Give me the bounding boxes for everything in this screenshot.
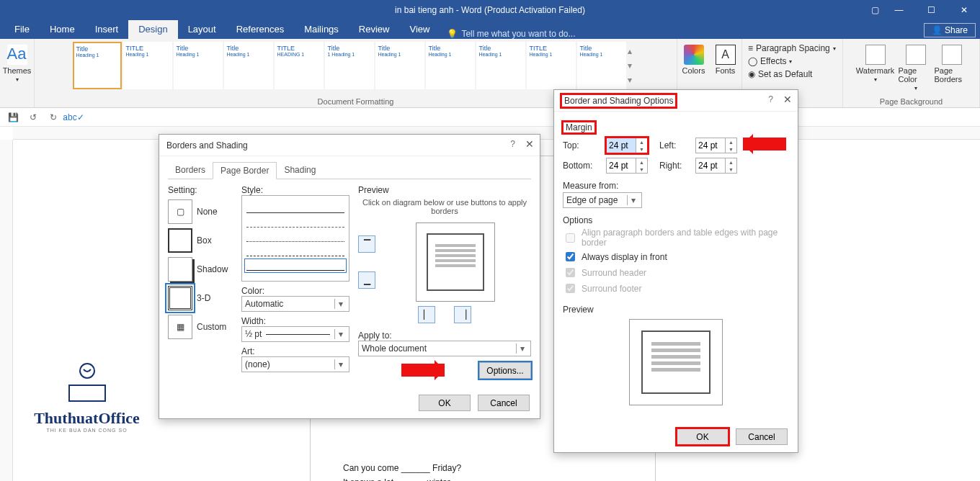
setting-box[interactable]: Box: [168, 228, 233, 253]
close-icon[interactable]: ✕: [783, 94, 792, 105]
tab-home[interactable]: Home: [40, 20, 85, 39]
fonts-icon: A: [716, 45, 736, 65]
spin-down-icon[interactable]: ▼: [636, 166, 647, 173]
style-set-item[interactable]: TitleHeading 1: [577, 42, 626, 89]
undo-icon[interactable]: ↺: [27, 112, 39, 123]
always-front-checkbox[interactable]: Always display in front: [563, 250, 789, 264]
apply-to-combo[interactable]: Whole document▾: [358, 341, 531, 356]
help-icon[interactable]: ?: [510, 139, 515, 149]
tab-insert[interactable]: Insert: [85, 20, 129, 39]
save-icon[interactable]: 💾: [7, 112, 19, 123]
margin-bottom-input[interactable]: ▲▼: [606, 158, 648, 174]
spin-up-icon[interactable]: ▲: [636, 158, 647, 166]
tab-page-border[interactable]: Page Border: [213, 162, 277, 179]
setting-shadow[interactable]: Shadow: [168, 257, 233, 282]
border-bottom-toggle[interactable]: ▁: [358, 271, 375, 289]
ribbon-display-options-icon[interactable]: ▢: [871, 0, 879, 20]
colors-button[interactable]: Colors: [679, 42, 709, 75]
spin-down-icon[interactable]: ▼: [726, 166, 736, 173]
gallery-more-icon[interactable]: ▾: [628, 75, 639, 85]
watermark-icon: [865, 45, 886, 65]
watermark-button[interactable]: Watermark▾: [854, 42, 897, 91]
measure-from-combo[interactable]: Edge of page▾: [563, 192, 642, 208]
preview-label: Preview: [563, 305, 789, 315]
style-set-item[interactable]: TitleHeading 1: [375, 42, 424, 89]
style-set-item[interactable]: TITLEHeading 1: [123, 42, 172, 89]
ok-button[interactable]: OK: [677, 428, 729, 445]
setting-none[interactable]: ▢None: [168, 199, 233, 224]
chevron-down-icon: ▾: [334, 299, 346, 309]
gallery-scroll-down-icon[interactable]: ▾: [628, 60, 639, 71]
setting-3d[interactable]: 3-D: [168, 286, 233, 310]
align-borders-checkbox: Align paragraph borders and table edges …: [563, 228, 789, 248]
spelling-icon[interactable]: abc✓: [68, 112, 79, 123]
margin-right-input[interactable]: ▲▼: [695, 158, 737, 174]
style-set-item[interactable]: TITLEHEADING 1: [275, 42, 324, 89]
borders-shading-dialog: Borders and Shading ? ✕ Borders Page Bor…: [159, 134, 540, 419]
paragraph-spacing-icon: ≡: [748, 43, 753, 53]
help-icon[interactable]: ?: [768, 94, 773, 104]
themes-button[interactable]: Aa Themes ▾: [2, 42, 32, 83]
border-left-toggle[interactable]: ▏: [418, 306, 435, 323]
setting-custom[interactable]: ▦Custom: [168, 315, 233, 339]
style-label: Style:: [241, 185, 349, 195]
style-set-item[interactable]: TitleHeading 1: [224, 42, 273, 89]
style-set-item[interactable]: TitleHeading 1: [73, 42, 122, 89]
redo-icon[interactable]: ↻: [48, 112, 59, 123]
tab-design[interactable]: Design: [128, 20, 177, 39]
tab-mailings[interactable]: Mailings: [294, 20, 349, 39]
gallery-scroll-up-icon[interactable]: ▴: [628, 46, 639, 56]
spin-down-icon[interactable]: ▼: [636, 145, 647, 153]
spin-up-icon[interactable]: ▲: [636, 138, 647, 145]
options-button[interactable]: Options...: [479, 362, 531, 379]
vertical-ruler[interactable]: [0, 140, 13, 481]
width-combo[interactable]: ½ pt▾: [241, 326, 349, 342]
set-as-default-button[interactable]: ◉Set as Default: [748, 68, 812, 81]
style-set-item[interactable]: TITLEHeading 1: [527, 42, 576, 89]
colors-icon: [684, 45, 704, 65]
style-set-item[interactable]: Title1 Heading 1: [325, 42, 374, 89]
tab-borders[interactable]: Borders: [168, 162, 213, 179]
share-button[interactable]: 👤 Share: [924, 23, 976, 37]
close-icon[interactable]: ✕: [525, 138, 534, 150]
dialog-titlebar[interactable]: Border and Shading Options ? ✕: [554, 90, 798, 112]
tab-references[interactable]: References: [226, 20, 294, 39]
tab-shading[interactable]: Shading: [277, 162, 323, 179]
border-top-toggle[interactable]: ▔: [358, 235, 375, 253]
margin-top-input[interactable]: ▲▼: [606, 138, 648, 153]
ok-button[interactable]: OK: [419, 395, 471, 411]
spin-up-icon[interactable]: ▲: [726, 158, 736, 166]
page-color-button[interactable]: Page Color▾: [899, 42, 933, 91]
preview-label: Preview: [358, 185, 531, 195]
cancel-button[interactable]: Cancel: [736, 428, 788, 445]
tell-me-search[interactable]: 💡 Tell me what you want to do...: [440, 29, 575, 39]
preview-diagram[interactable]: [416, 222, 495, 302]
fonts-button[interactable]: AFonts: [710, 42, 741, 75]
tab-review[interactable]: Review: [349, 20, 400, 39]
chevron-down-icon: ▾: [914, 85, 917, 91]
document-formatting-gallery[interactable]: TitleHeading 1 TITLEHeading 1 TitleHeadi…: [73, 42, 639, 89]
tab-file[interactable]: File: [4, 20, 40, 39]
margin-left-input[interactable]: ▲▼: [695, 138, 737, 153]
cancel-button[interactable]: Cancel: [478, 395, 530, 411]
effects-button[interactable]: ◯Effects▾: [748, 55, 792, 68]
maximize-button[interactable]: ☐: [915, 0, 948, 20]
color-combo[interactable]: Automatic▾: [241, 296, 349, 312]
paragraph-spacing-button[interactable]: ≡Paragraph Spacing▾: [748, 42, 836, 55]
bottom-label: Bottom:: [563, 161, 599, 171]
tab-view[interactable]: View: [399, 20, 440, 39]
style-set-item[interactable]: TitleHeading 1: [476, 42, 525, 89]
tab-layout[interactable]: Layout: [178, 20, 226, 39]
dialog-titlebar[interactable]: Borders and Shading ? ✕: [159, 135, 540, 156]
custom-icon: ▦: [177, 322, 184, 332]
group-label: Document Formatting: [318, 97, 394, 106]
ribbon-tabs: File Home Insert Design Layout Reference…: [0, 20, 980, 39]
style-set-item[interactable]: TitleHeading 1: [426, 42, 475, 89]
style-set-item[interactable]: TitleHeading 1: [174, 42, 223, 89]
style-list[interactable]: [241, 195, 349, 282]
minimize-button[interactable]: —: [883, 0, 915, 20]
close-window-button[interactable]: ✕: [948, 0, 980, 20]
art-combo[interactable]: (none)▾: [241, 356, 349, 372]
border-right-toggle[interactable]: ▕: [454, 306, 471, 323]
page-borders-button[interactable]: Page Borders: [935, 42, 969, 91]
